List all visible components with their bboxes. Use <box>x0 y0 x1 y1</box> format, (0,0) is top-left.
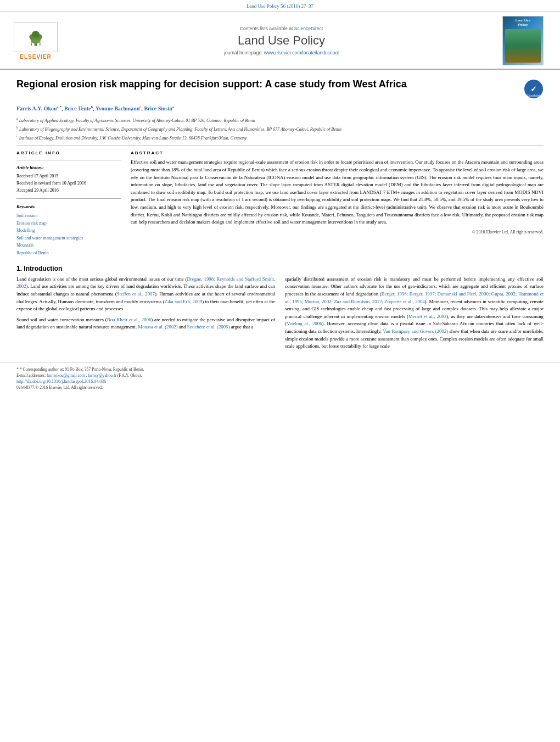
keyword-6[interactable]: Republic of Benin <box>16 249 121 257</box>
intro-para-2: Sound soil and water conservation measur… <box>16 316 275 331</box>
affiliation-b: b Laboratory of Biogeography and Environ… <box>16 125 544 133</box>
cover-title: Land UsePolicy <box>516 19 530 27</box>
svg-text:✓: ✓ <box>530 85 537 93</box>
intro-para-3: spatially distributed assessment of eros… <box>285 276 544 350</box>
article-title-section: Regional erosion risk mapping for decisi… <box>16 78 544 99</box>
article-history: Article history: Received 17 April 2015 … <box>16 165 121 194</box>
intro-left-col: Land degradation is one of the most seri… <box>16 276 275 354</box>
keywords-block: Keywords: Soil erosion Erosion risk map … <box>16 203 121 256</box>
email-2[interactable]: farrisy@yahoo.fr <box>88 373 116 378</box>
abstract-text: Effective soil and water management stra… <box>131 159 544 226</box>
affiliation-c: c Institute of Ecology, Evolution and Di… <box>16 134 544 142</box>
journal-header-center: Contents lists available at ScienceDirec… <box>60 26 502 55</box>
article-info-column: ARTICLE INFO Article history: Received 1… <box>16 150 121 256</box>
section-1-title: 1. Introduction <box>16 265 544 272</box>
svg-point-7 <box>39 42 41 43</box>
copyright-line: © 2016 Elsevier Ltd. All rights reserved… <box>131 230 544 235</box>
divider-keywords <box>16 198 121 199</box>
elsevier-tree-icon <box>25 27 47 47</box>
affiliations: a Laboratory of Applied Ecology, Faculty… <box>16 116 544 141</box>
intro-content: Land degradation is one of the most seri… <box>16 276 544 354</box>
ref-souchere[interactable]: Souchère et al. (2005) <box>187 324 230 330</box>
ref-berger[interactable]: Berger, 1996; Berger, 1997; Dumanski and… <box>285 291 544 304</box>
cover-image-area <box>505 29 541 63</box>
page-wrapper: Land Use Policy 56 (2016) 27–37 <box>0 0 560 393</box>
footer-issn: 0264-8377/© 2016 Elsevier Ltd. All right… <box>16 385 544 390</box>
ref-vrieling[interactable]: Vrieling al., 2006 <box>287 321 322 326</box>
svg-text:CrossMark: CrossMark <box>527 94 541 97</box>
received-date: Received 17 April 2015 <box>16 173 121 180</box>
homepage-url[interactable]: www.elsevier.com/locate/landusepol <box>264 50 339 55</box>
svg-rect-6 <box>31 43 32 45</box>
sciencedirect-link[interactable]: ScienceDirect <box>294 26 323 31</box>
email-1[interactable]: farrisokou@gmail.com <box>47 373 85 378</box>
ref-moussa[interactable]: Moussa et al. (2002) <box>138 324 177 330</box>
journal-title: Land Use Policy <box>60 34 502 48</box>
revised-date: Received in revised form 10 April 2016 <box>16 180 121 187</box>
contents-line: Contents lists available at ScienceDirec… <box>60 26 502 31</box>
section-number: 1. <box>16 265 22 272</box>
keyword-5[interactable]: Mountain <box>16 242 121 249</box>
crossmark-icon: ✓ CrossMark <box>524 79 544 99</box>
footer-corresponding: * * Corresponding author at: 01 Po Box: … <box>16 367 544 372</box>
article-info-abstract: ARTICLE INFO Article history: Received 1… <box>16 150 544 256</box>
keywords-label: Keywords: <box>16 203 121 211</box>
abstract-column: ABSTRACT Effective soil and water manage… <box>131 150 544 256</box>
accepted-date: Accepted 29 April 2016 <box>16 187 121 194</box>
elsevier-logo-box <box>14 22 58 52</box>
journal-homepage: journal homepage: www.elsevier.com/locat… <box>60 50 502 55</box>
abstract-heading: ABSTRACT <box>131 150 544 155</box>
keyword-2[interactable]: Erosion risk map <box>16 220 121 227</box>
journal-cover-image: Land UsePolicy <box>502 16 544 65</box>
article-title: Regional erosion risk mapping for decisi… <box>16 78 518 91</box>
footer-doi[interactable]: http://dx.doi.org/10.1016/j.landusepol.2… <box>16 379 544 384</box>
svg-point-5 <box>31 42 32 43</box>
ref-steffen[interactable]: Steffen et al., 2007 <box>117 291 155 297</box>
ref-dregne[interactable]: Dregne, 1998; Reynolds and Stafford Smit… <box>16 276 275 289</box>
author-4[interactable]: Brice Sinsin <box>144 105 172 111</box>
article-info-heading: ARTICLE INFO <box>16 150 121 155</box>
keyword-3[interactable]: Modelling <box>16 227 121 235</box>
top-bar: Land Use Policy 56 (2016) 27–37 <box>0 0 560 12</box>
svg-rect-8 <box>40 43 41 45</box>
journal-header: ELSEVIER Contents lists available at Sci… <box>0 12 560 70</box>
history-label: Article history: <box>16 165 121 172</box>
keyword-4[interactable]: Soil and water management strategies <box>16 235 121 242</box>
section-name: Introduction <box>24 265 62 272</box>
article-footer: * * Corresponding author at: 01 Po Box: … <box>0 362 560 393</box>
ref-boukheir[interactable]: Bou Kheir et al., 2006 <box>107 317 152 322</box>
divider-info <box>16 160 121 160</box>
intro-para-1: Land degradation is one of the most seri… <box>16 276 275 313</box>
elsevier-wordmark: ELSEVIER <box>20 54 51 60</box>
ref-vanrompaey[interactable]: Van Rompaey and Govers (2002) <box>383 328 448 334</box>
elsevier-logo: ELSEVIER <box>11 22 60 60</box>
intro-right-col: spatially distributed assessment of eros… <box>285 276 544 354</box>
author-2[interactable]: Brice Tente <box>64 105 91 111</box>
authors-line: Farris A.Y. Okoua,*, Brice Tenteb, Yvonn… <box>16 104 544 113</box>
footer-email: E-mail addresses: farrisokou@gmail.com ,… <box>16 373 544 378</box>
author-1[interactable]: Farris A.Y. Okou <box>16 105 57 111</box>
journal-reference: Land Use Policy 56 (2016) 27–37 <box>247 3 313 9</box>
keyword-1[interactable]: Soil erosion <box>16 212 121 220</box>
ref-zika[interactable]: Zika and Erb, 2009 <box>165 299 203 304</box>
svg-point-4 <box>32 31 40 37</box>
author-3[interactable]: Yvonne Bachmann <box>96 105 139 111</box>
article-body: Regional erosion risk mapping for decisi… <box>0 70 560 362</box>
ref-merritt[interactable]: Merritt et al., 2003 <box>408 314 446 319</box>
affiliation-a: a Laboratory of Applied Ecology, Faculty… <box>16 116 544 124</box>
divider-1 <box>16 146 544 146</box>
